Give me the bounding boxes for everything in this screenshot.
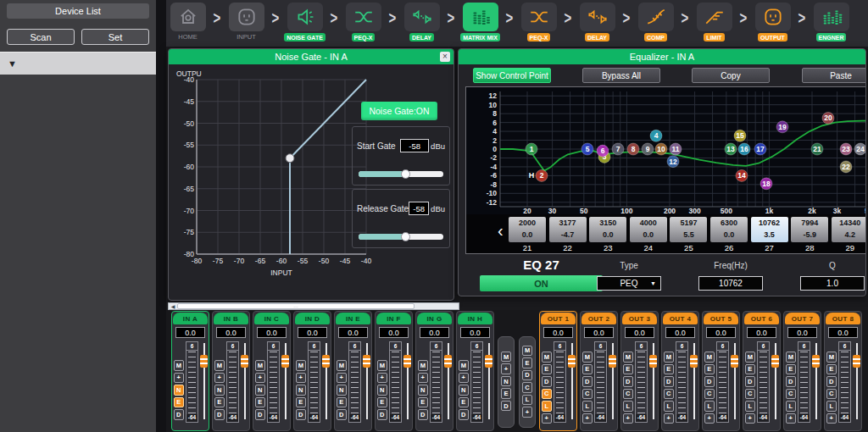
channel-strip-in-e[interactable]: IN E0.0M+NED6-64 <box>334 311 372 431</box>
noise-gate-graph[interactable]: -40-45-50-55-60-65-70-75-80-80-75-70-65-… <box>174 68 372 286</box>
eq-point-23[interactable]: 23 <box>840 143 852 155</box>
channel-strip-in-d[interactable]: IN D0.0M+NED6-64 <box>293 311 331 431</box>
strip-button-D[interactable]: D <box>174 409 185 420</box>
strip-button-N[interactable]: N <box>459 385 470 396</box>
strip-button-+[interactable]: + <box>255 373 266 384</box>
fader-handle[interactable] <box>403 355 411 368</box>
strip-button-C[interactable]: C <box>542 389 553 400</box>
toolbar-item-input[interactable]: INPUT <box>226 3 266 41</box>
scan-button[interactable]: Scan <box>7 29 75 45</box>
fader-track[interactable] <box>200 343 208 419</box>
strip-button-C[interactable]: C <box>582 389 593 400</box>
toolbar-item-output[interactable]: OUTPUT <box>753 3 793 42</box>
strip-button-L[interactable]: L <box>623 401 634 412</box>
table-prev-icon[interactable]: ‹ <box>498 219 504 241</box>
strip-button-E[interactable]: E <box>664 364 675 375</box>
strip-button-N[interactable]: N <box>255 385 266 396</box>
channel-value[interactable]: 0.0 <box>625 327 654 338</box>
set-button[interactable]: Set <box>81 29 149 45</box>
strip-button-+[interactable]: + <box>582 413 593 424</box>
equalizer-graph[interactable]: 121086420-2-4-6-8-10-1220305010020030050… <box>466 87 866 214</box>
fader-handle[interactable] <box>568 355 576 368</box>
eq-point-20[interactable]: 20 <box>822 112 834 124</box>
channel-value[interactable]: 0.0 <box>665 327 695 338</box>
fader-track[interactable] <box>281 343 289 419</box>
fader-track[interactable] <box>731 343 738 419</box>
h-scroll-thumb[interactable]: … <box>177 303 415 309</box>
eq-point-7[interactable]: 7 <box>612 143 624 155</box>
fader-handle[interactable] <box>444 355 452 368</box>
copy-button[interactable]: Copy <box>692 68 770 83</box>
channel-value[interactable]: 0.0 <box>298 327 327 338</box>
strip-button-D[interactable]: D <box>418 409 429 420</box>
eq-point-9[interactable]: 9 <box>642 143 654 155</box>
channel-value[interactable]: 0.0 <box>420 327 449 338</box>
strip-button-E[interactable]: E <box>174 397 185 408</box>
eq-point-16[interactable]: 16 <box>738 143 750 155</box>
noise-gate-power-button[interactable]: Noise Gate:ON <box>361 102 437 120</box>
strip-button-M[interactable]: M <box>623 352 634 363</box>
strip-button-D[interactable]: D <box>745 376 756 387</box>
fader-handle[interactable] <box>853 355 860 368</box>
fader-handle[interactable] <box>322 355 330 368</box>
fader-handle[interactable] <box>241 355 248 368</box>
freq-input[interactable]: 10762 <box>698 276 763 291</box>
strip-button-+[interactable]: + <box>542 413 553 424</box>
channel-strip-out-4[interactable]: OUT 40.0MEDCL+6-64 <box>661 311 699 431</box>
fader-handle[interactable] <box>812 355 820 368</box>
fader-track[interactable] <box>322 343 330 419</box>
fader-handle[interactable] <box>200 355 208 368</box>
strip-button-D[interactable]: D <box>542 376 553 387</box>
strip-button-M[interactable]: M <box>174 360 185 371</box>
toolbar-item-peq-x[interactable]: PEQ-X <box>343 3 383 42</box>
fader-handle[interactable] <box>771 355 779 368</box>
eq-band-cell-25[interactable]: 51975.5 <box>670 217 707 242</box>
eq-band-cell-22[interactable]: 3177-4.7 <box>549 217 587 242</box>
strip-button-D[interactable]: D <box>296 409 307 420</box>
strip-button-E[interactable]: E <box>542 364 553 375</box>
fader-track[interactable] <box>568 343 576 419</box>
strip-button-C[interactable]: C <box>623 389 634 400</box>
eq-on-button[interactable]: ON <box>480 275 603 291</box>
channel-value[interactable]: 0.0 <box>543 327 573 338</box>
strip-button-L[interactable]: L <box>786 401 797 412</box>
strip-button-D[interactable]: D <box>623 376 634 387</box>
strip-button-C[interactable]: C <box>745 389 756 400</box>
eq-point-22[interactable]: 22 <box>840 161 852 173</box>
h-scrollbar[interactable]: ◀ … <box>168 302 459 310</box>
strip-button-+[interactable]: + <box>501 363 512 374</box>
channel-value[interactable]: 0.0 <box>747 327 776 338</box>
strip-button-E[interactable]: E <box>459 397 470 408</box>
strip-button-M[interactable]: M <box>337 360 348 371</box>
strip-button-+[interactable]: + <box>337 373 348 384</box>
strip-button-+[interactable]: + <box>296 373 307 384</box>
strip-button-N[interactable]: N <box>377 385 388 396</box>
strip-button-M[interactable]: M <box>255 360 266 371</box>
strip-button-L[interactable]: L <box>522 395 533 406</box>
eq-band-cell-28[interactable]: 7994-5.9 <box>791 217 828 242</box>
strip-button-M[interactable]: M <box>459 360 470 371</box>
strip-button-L[interactable]: L <box>745 401 756 412</box>
strip-button-C[interactable]: C <box>522 382 533 393</box>
strip-button-M[interactable]: M <box>214 360 225 371</box>
fader-handle[interactable] <box>690 355 698 368</box>
strip-button-E[interactable]: E <box>296 397 307 408</box>
fader-track[interactable] <box>853 343 860 419</box>
q-input[interactable]: 1.0 <box>800 276 865 291</box>
channel-value[interactable]: 0.0 <box>787 327 817 338</box>
strip-button-E[interactable]: E <box>255 397 266 408</box>
fader-track[interactable] <box>812 343 820 419</box>
strip-button-L[interactable]: L <box>582 401 593 412</box>
eq-point-6[interactable]: 6 <box>597 145 609 157</box>
strip-button-M[interactable]: M <box>704 352 715 363</box>
strip-button-+[interactable]: + <box>826 413 837 424</box>
device-dropdown[interactable]: ▼ <box>0 52 156 75</box>
release-gate-slider-knob[interactable] <box>401 232 410 241</box>
strip-button-E[interactable]: E <box>214 397 225 408</box>
fader-handle[interactable] <box>731 355 738 368</box>
channel-value[interactable]: 0.0 <box>460 327 490 338</box>
fader-track[interactable] <box>363 343 370 419</box>
strip-button-M[interactable]: M <box>664 352 675 363</box>
strip-button-E[interactable]: E <box>704 364 715 375</box>
strip-button-D[interactable]: D <box>522 370 533 381</box>
